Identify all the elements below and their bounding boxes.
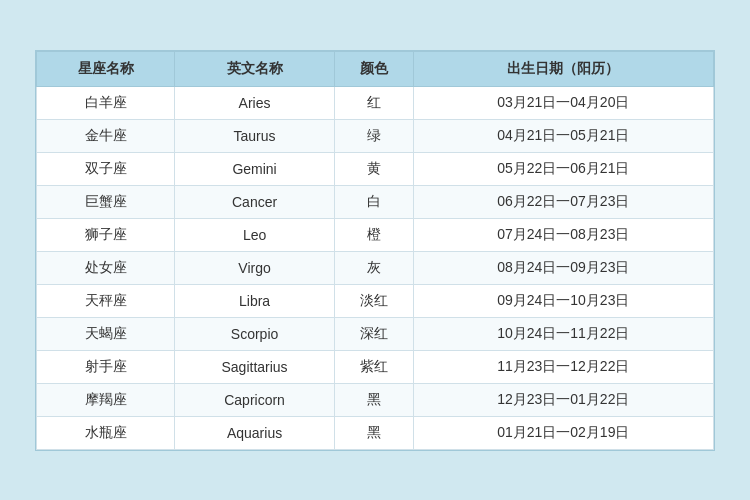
cell-color: 白 [334,185,413,218]
cell-english-name: Libra [175,284,335,317]
cell-english-name: Cancer [175,185,335,218]
cell-color: 黑 [334,383,413,416]
zodiac-table: 星座名称 英文名称 颜色 出生日期（阳历） 白羊座Aries红03月21日一04… [36,51,714,450]
cell-color: 深红 [334,317,413,350]
table-row: 金牛座Taurus绿04月21日一05月21日 [37,119,714,152]
cell-chinese-name: 天秤座 [37,284,175,317]
cell-dates: 08月24日一09月23日 [413,251,713,284]
table-row: 射手座Sagittarius紫红11月23日一12月22日 [37,350,714,383]
cell-english-name: Virgo [175,251,335,284]
table-row: 白羊座Aries红03月21日一04月20日 [37,86,714,119]
table-header-row: 星座名称 英文名称 颜色 出生日期（阳历） [37,51,714,86]
cell-english-name: Sagittarius [175,350,335,383]
cell-dates: 09月24日一10月23日 [413,284,713,317]
header-color: 颜色 [334,51,413,86]
cell-color: 黑 [334,416,413,449]
cell-dates: 12月23日一01月22日 [413,383,713,416]
cell-english-name: Taurus [175,119,335,152]
cell-english-name: Aries [175,86,335,119]
cell-color: 红 [334,86,413,119]
table-row: 天秤座Libra淡红09月24日一10月23日 [37,284,714,317]
cell-english-name: Capricorn [175,383,335,416]
cell-dates: 11月23日一12月22日 [413,350,713,383]
cell-color: 灰 [334,251,413,284]
table-row: 狮子座Leo橙07月24日一08月23日 [37,218,714,251]
cell-chinese-name: 处女座 [37,251,175,284]
cell-dates: 07月24日一08月23日 [413,218,713,251]
cell-chinese-name: 天蝎座 [37,317,175,350]
header-english-name: 英文名称 [175,51,335,86]
table-row: 巨蟹座Cancer白06月22日一07月23日 [37,185,714,218]
table-row: 水瓶座Aquarius黑01月21日一02月19日 [37,416,714,449]
cell-dates: 10月24日一11月22日 [413,317,713,350]
cell-english-name: Aquarius [175,416,335,449]
cell-chinese-name: 巨蟹座 [37,185,175,218]
table-row: 处女座Virgo灰08月24日一09月23日 [37,251,714,284]
cell-chinese-name: 金牛座 [37,119,175,152]
cell-chinese-name: 双子座 [37,152,175,185]
cell-color: 淡红 [334,284,413,317]
cell-color: 绿 [334,119,413,152]
cell-chinese-name: 射手座 [37,350,175,383]
table-row: 双子座Gemini黄05月22日一06月21日 [37,152,714,185]
cell-color: 黄 [334,152,413,185]
cell-dates: 06月22日一07月23日 [413,185,713,218]
cell-english-name: Scorpio [175,317,335,350]
cell-color: 紫红 [334,350,413,383]
cell-dates: 01月21日一02月19日 [413,416,713,449]
header-dates: 出生日期（阳历） [413,51,713,86]
cell-english-name: Gemini [175,152,335,185]
cell-english-name: Leo [175,218,335,251]
cell-chinese-name: 摩羯座 [37,383,175,416]
zodiac-table-container: 星座名称 英文名称 颜色 出生日期（阳历） 白羊座Aries红03月21日一04… [35,50,715,451]
cell-dates: 04月21日一05月21日 [413,119,713,152]
header-chinese-name: 星座名称 [37,51,175,86]
cell-dates: 03月21日一04月20日 [413,86,713,119]
table-row: 天蝎座Scorpio深红10月24日一11月22日 [37,317,714,350]
cell-dates: 05月22日一06月21日 [413,152,713,185]
cell-chinese-name: 白羊座 [37,86,175,119]
cell-chinese-name: 狮子座 [37,218,175,251]
cell-chinese-name: 水瓶座 [37,416,175,449]
cell-color: 橙 [334,218,413,251]
table-row: 摩羯座Capricorn黑12月23日一01月22日 [37,383,714,416]
